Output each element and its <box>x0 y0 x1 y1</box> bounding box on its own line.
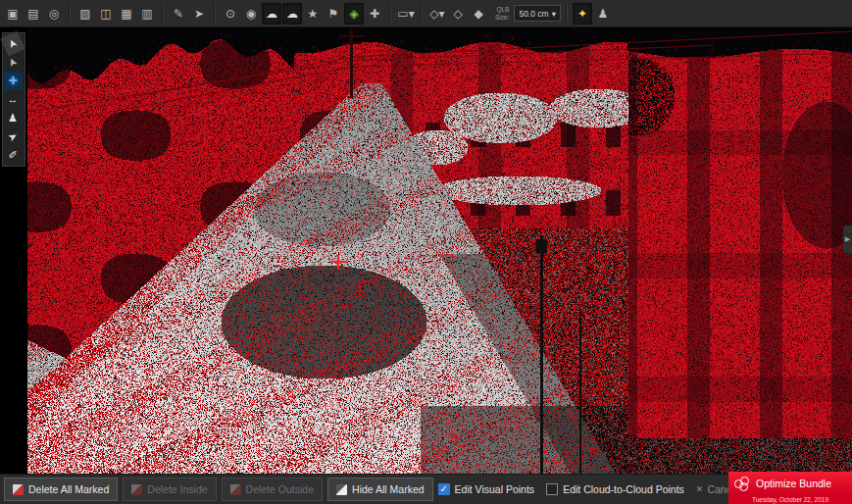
delete-outside-button[interactable]: Delete Outside <box>222 478 323 501</box>
left-toolbar: ➤➤✚↔♟➤✐ <box>2 32 25 167</box>
image-icon[interactable]: ▦ <box>117 3 136 25</box>
chevron-down-icon: ▾ <box>552 9 556 19</box>
cloud-edit-icon[interactable]: ☁ <box>282 3 302 25</box>
point-cloud-icon[interactable]: ☁ <box>262 3 281 25</box>
toolbar-separator <box>214 4 216 24</box>
delete-inside-label: Delete Inside <box>147 483 207 495</box>
panel-expander[interactable]: ▶ <box>843 226 852 253</box>
toolbar-separator <box>566 4 568 24</box>
annotate-pen-icon[interactable]: ✎ <box>169 3 188 25</box>
bottom-bar: Delete All Marked Delete Inside Delete O… <box>0 474 852 504</box>
star-icon[interactable]: ★ <box>303 3 323 25</box>
close-icon: ✕ <box>696 484 704 494</box>
paint-select-tool[interactable]: ✐ <box>3 146 23 165</box>
cube-outline-icon[interactable]: ◇ <box>448 3 468 25</box>
zoom-window-icon[interactable]: ◎ <box>44 3 64 25</box>
toolbar-separator <box>162 4 164 24</box>
qlb-size-dropdown[interactable]: 50.0 cm ▾ <box>514 5 561 22</box>
delete-all-marked-button[interactable]: Delete All Marked <box>4 478 118 501</box>
toolbar-group-file: ▣▤◎ <box>3 3 64 25</box>
toolbar-group-cube: ◇▾◇◆ <box>427 3 488 25</box>
delete-inside-icon <box>131 484 142 495</box>
video-icon[interactable]: ▥ <box>137 3 157 25</box>
qlb-size-label: QLB Size: <box>495 6 509 21</box>
checkbox-icon[interactable]: ✓ <box>438 483 450 495</box>
optimize-bundle-label: Optimize Bundle <box>756 478 831 489</box>
toolbar-separator <box>69 4 71 24</box>
cube-view-dropdown-icon[interactable]: ◇▾ <box>427 3 447 25</box>
tag-icon[interactable]: ◉ <box>241 3 261 25</box>
edit-cloud-to-cloud-points-checkbox[interactable]: Edit Cloud-to-Cloud Points <box>546 483 684 495</box>
optimize-bundle-button[interactable]: Optimize Bundle Tuesday, October 22, 201… <box>728 472 852 504</box>
measure-tool[interactable]: ↔ <box>3 90 23 109</box>
toolbar-group-annotate: ✎➤ <box>169 3 209 25</box>
delete-inside-button[interactable]: Delete Inside <box>123 478 216 501</box>
bundle-icon <box>734 477 750 491</box>
toolbar-separator <box>421 4 423 24</box>
delete-outside-icon <box>230 484 241 495</box>
hide-all-marked-button[interactable]: Hide All Marked <box>327 478 433 501</box>
point-cloud-viewport[interactable] <box>27 27 852 474</box>
hide-all-marked-icon <box>336 484 347 495</box>
flag-icon[interactable]: ⚑ <box>324 3 343 25</box>
split-view-icon[interactable]: ◫ <box>96 3 116 25</box>
flashlight-icon[interactable]: ✦ <box>573 3 592 25</box>
hide-all-marked-label: Hide All Marked <box>352 483 425 495</box>
limit-box-icon[interactable]: ⊙ <box>221 3 240 25</box>
geotag-icon[interactable]: ◈ <box>344 3 364 25</box>
bottom-right-controls: ✓ Edit Visual Points Edit Cloud-to-Cloud… <box>438 483 740 495</box>
delete-all-marked-label: Delete All Marked <box>28 483 109 495</box>
edit-visual-points-checkbox[interactable]: ✓ Edit Visual Points <box>438 483 535 495</box>
toolbar-separator <box>389 4 391 24</box>
selection-mode-dropdown-icon[interactable]: ▭▾ <box>396 3 416 25</box>
delete-all-marked-icon <box>13 484 24 495</box>
qlb-size-value: 50.0 cm <box>519 9 548 19</box>
status-date: Tuesday, October 22, 2019 <box>728 495 852 504</box>
camera-icon[interactable]: ▧ <box>75 3 95 25</box>
screen-icon[interactable]: ▤ <box>24 3 43 25</box>
pick-cursor-icon[interactable]: ➤ <box>189 3 209 25</box>
cube-measure-icon[interactable]: ◆ <box>469 3 488 25</box>
add-user-icon[interactable]: ✚ <box>365 3 384 25</box>
top-toolbar: ▣▤◎ ▧◫▦▥ ✎➤ ⊙◉☁☁★⚑◈✚ ▭▾ ◇▾◇◆ QLB Size: 5… <box>0 0 852 27</box>
move-tool[interactable]: ✚ <box>3 72 23 90</box>
checkbox-icon[interactable] <box>546 483 558 495</box>
toolbar-group-lighting: ✦♟ <box>573 3 613 25</box>
copy-icon[interactable]: ▣ <box>3 3 23 25</box>
toolbar-group-selection: ▭▾ <box>396 3 416 25</box>
delete-outside-label: Delete Outside <box>246 483 314 495</box>
walk-mode-icon[interactable]: ♟ <box>593 3 613 25</box>
toolbar-group-views: ▧◫▦▥ <box>75 3 157 25</box>
toolbar-group-cloud: ⊙◉☁☁★⚑◈✚ <box>221 3 384 25</box>
